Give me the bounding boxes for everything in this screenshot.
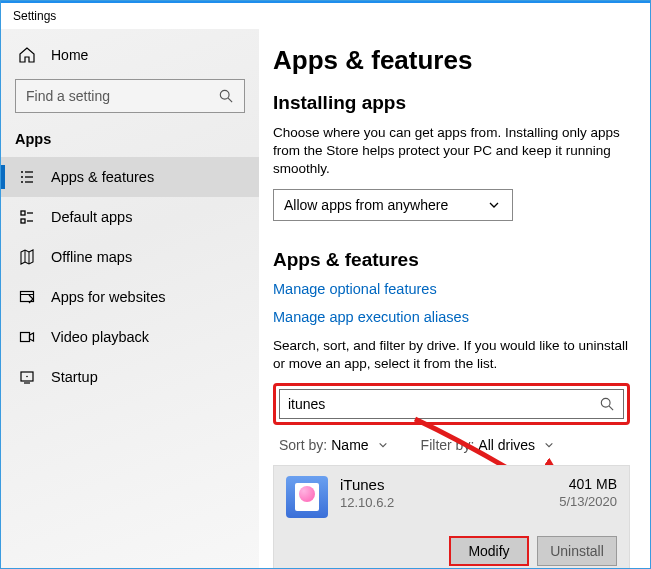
nav-item-label: Default apps (51, 209, 132, 225)
map-icon (19, 249, 35, 265)
nav-default-apps[interactable]: Default apps (1, 197, 259, 237)
list-icon (19, 169, 35, 185)
page-title: Apps & features (273, 45, 630, 76)
chevron-down-icon (375, 437, 391, 453)
app-date: 5/13/2020 (559, 494, 617, 509)
nav-apps-features[interactable]: Apps & features (1, 157, 259, 197)
apps-section-desc: Search, sort, and filter by drive. If yo… (273, 337, 630, 373)
filter-by-dropdown[interactable]: Filter by:All drives (421, 437, 557, 453)
nav-video-playback[interactable]: Video playback (1, 317, 259, 357)
apps-websites-icon (19, 289, 35, 305)
nav-home[interactable]: Home (1, 35, 259, 75)
app-list-item[interactable]: iTunes 12.10.6.2 401 MB 5/13/2020 Modify… (273, 465, 630, 568)
nav-offline-maps[interactable]: Offline maps (1, 237, 259, 277)
sidebar-search[interactable]: Find a setting (15, 79, 245, 113)
app-size: 401 MB (559, 476, 617, 492)
filter-label: Filter by: (421, 437, 475, 453)
nav-home-label: Home (51, 47, 88, 63)
app-search-value: itunes (288, 396, 325, 412)
svg-point-20 (601, 398, 610, 407)
app-version: 12.10.6.2 (340, 495, 394, 510)
nav-item-label: Apps for websites (51, 289, 165, 305)
window-title: Settings (1, 3, 650, 29)
home-icon (19, 47, 35, 63)
svg-line-1 (228, 98, 232, 102)
install-source-dropdown[interactable]: Allow apps from anywhere (273, 189, 513, 221)
modify-button[interactable]: Modify (449, 536, 529, 566)
svg-point-0 (220, 90, 229, 99)
svg-rect-8 (21, 211, 25, 215)
svg-point-19 (26, 376, 28, 378)
svg-rect-16 (21, 333, 30, 342)
install-source-value: Allow apps from anywhere (284, 197, 448, 213)
chevron-down-icon (486, 197, 502, 213)
main-content: Apps & features Installing apps Choose w… (259, 29, 650, 568)
installing-heading: Installing apps (273, 92, 630, 114)
svg-line-21 (609, 406, 613, 410)
link-execution-aliases[interactable]: Manage app execution aliases (273, 309, 630, 325)
search-icon (599, 396, 615, 412)
nav-item-label: Offline maps (51, 249, 132, 265)
sort-by-dropdown[interactable]: Sort by:Name (279, 437, 391, 453)
svg-rect-9 (21, 219, 25, 223)
search-icon (218, 88, 234, 104)
link-optional-features[interactable]: Manage optional features (273, 281, 630, 297)
chevron-down-icon (541, 437, 557, 453)
nav-item-label: Video playback (51, 329, 149, 345)
installing-desc: Choose where you can get apps from. Inst… (273, 124, 630, 179)
app-name: iTunes (340, 476, 394, 493)
sidebar-section-header: Apps (1, 123, 259, 157)
filter-value: All drives (478, 437, 535, 453)
itunes-icon (286, 476, 328, 518)
sidebar-search-placeholder: Find a setting (26, 88, 110, 104)
startup-icon (19, 369, 35, 385)
nav-apps-websites[interactable]: Apps for websites (1, 277, 259, 317)
app-search-input[interactable]: itunes (279, 389, 624, 419)
defaults-icon (19, 209, 35, 225)
annotation-highlight: itunes (273, 383, 630, 425)
video-icon (19, 329, 35, 345)
apps-section-heading: Apps & features (273, 249, 630, 271)
sidebar: Home Find a setting Apps Apps & features… (1, 29, 259, 568)
nav-item-label: Startup (51, 369, 98, 385)
nav-item-label: Apps & features (51, 169, 154, 185)
sort-label: Sort by: (279, 437, 327, 453)
uninstall-button[interactable]: Uninstall (537, 536, 617, 566)
sort-value: Name (331, 437, 368, 453)
nav-startup[interactable]: Startup (1, 357, 259, 397)
